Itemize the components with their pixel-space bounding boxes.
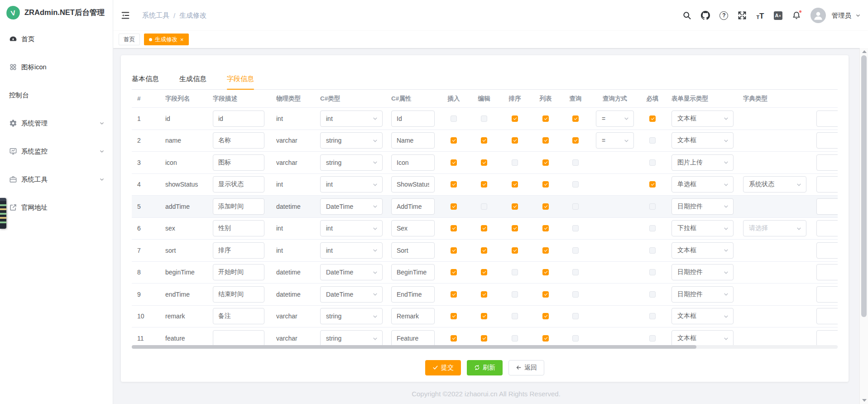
list-checkbox[interactable] [542, 313, 549, 319]
extra-field-input[interactable] [816, 220, 838, 236]
required-checkbox[interactable] [649, 313, 656, 319]
extra-field-input[interactable] [816, 198, 838, 215]
close-icon[interactable]: × [180, 37, 184, 43]
horizontal-scrollbar-thumb[interactable] [132, 345, 696, 349]
insert-checkbox[interactable] [451, 159, 457, 166]
sidebar-item[interactable]: 系统监控 [0, 137, 113, 165]
tab[interactable]: 字段信息 [227, 69, 254, 89]
edit-checkbox[interactable] [481, 137, 487, 144]
list-checkbox[interactable] [542, 269, 549, 275]
field-description-input[interactable] [213, 264, 264, 280]
query-checkbox[interactable] [572, 269, 579, 275]
tag[interactable]: 首页 [119, 34, 140, 45]
form-display-type-select[interactable]: 下拉框 [671, 220, 734, 236]
list-checkbox[interactable] [542, 203, 549, 210]
menu-fold-icon[interactable] [120, 10, 130, 20]
breadcrumb-section[interactable]: 系统工具 [142, 11, 169, 20]
edit-checkbox[interactable] [481, 313, 487, 319]
sidebar-item[interactable]: 图标icon [0, 53, 113, 81]
insert-checkbox[interactable] [451, 137, 457, 144]
csharp-property-input[interactable] [391, 111, 435, 127]
sidebar-item[interactable]: 控制台 [0, 81, 113, 109]
insert-checkbox[interactable] [451, 269, 457, 275]
required-checkbox[interactable] [649, 137, 656, 144]
extra-field-input[interactable] [816, 308, 838, 324]
csharp-type-select[interactable]: int [320, 242, 383, 259]
edit-checkbox[interactable] [481, 335, 487, 341]
field-description-input[interactable] [213, 111, 264, 127]
font-size-icon[interactable]: TT [756, 11, 764, 20]
form-display-type-select[interactable]: 文本框 [671, 132, 734, 149]
csharp-type-select[interactable]: int [320, 220, 383, 236]
form-display-type-select[interactable]: 文本框 [671, 330, 734, 346]
sidebar-item[interactable]: 系统工具 [0, 165, 113, 193]
sort-checkbox[interactable] [512, 203, 518, 210]
edit-checkbox[interactable] [481, 269, 487, 275]
csharp-type-select[interactable]: int [320, 111, 383, 127]
insert-checkbox[interactable] [451, 247, 457, 254]
field-description-input[interactable] [213, 220, 264, 236]
refresh-button[interactable]: 刷新 [467, 360, 503, 375]
required-checkbox[interactable] [649, 181, 656, 188]
field-description-input[interactable] [213, 286, 264, 303]
sidebar-item[interactable]: 系统管理 [0, 109, 113, 137]
extra-field-input[interactable] [816, 132, 838, 149]
sort-checkbox[interactable] [512, 159, 518, 166]
required-checkbox[interactable] [649, 159, 656, 166]
sort-checkbox[interactable] [512, 247, 518, 254]
chevron-down-icon[interactable] [855, 13, 861, 18]
edit-checkbox[interactable] [481, 225, 487, 231]
avatar[interactable] [810, 8, 826, 23]
insert-checkbox[interactable] [451, 335, 457, 341]
sort-checkbox[interactable] [512, 335, 518, 341]
settings-drawer-handle[interactable] [0, 198, 6, 229]
github-icon[interactable] [701, 11, 710, 20]
extra-field-input[interactable] [816, 176, 838, 192]
help-icon[interactable]: ? [719, 11, 728, 20]
csharp-property-input[interactable] [391, 176, 435, 192]
search-icon[interactable] [682, 11, 691, 20]
query-method-select[interactable]: = [596, 111, 634, 127]
vertical-scrollbar[interactable] [859, 48, 868, 404]
edit-checkbox[interactable] [481, 159, 487, 166]
query-checkbox[interactable] [572, 335, 579, 341]
extra-field-input[interactable] [816, 154, 838, 171]
insert-checkbox[interactable] [451, 181, 457, 188]
form-display-type-select[interactable]: 图片上传 [671, 154, 734, 171]
sort-checkbox[interactable] [512, 137, 518, 144]
edit-checkbox[interactable] [481, 115, 487, 122]
form-display-type-select[interactable]: 文本框 [671, 242, 734, 259]
required-checkbox[interactable] [649, 335, 656, 341]
list-checkbox[interactable] [542, 291, 549, 298]
list-checkbox[interactable] [542, 137, 549, 144]
extra-field-input[interactable] [816, 111, 838, 127]
sort-checkbox[interactable] [512, 269, 518, 275]
user-name[interactable]: 管理员 [832, 11, 852, 20]
form-display-type-select[interactable]: 日期控件 [671, 198, 734, 215]
edit-checkbox[interactable] [481, 247, 487, 254]
required-checkbox[interactable] [649, 115, 656, 122]
csharp-type-select[interactable]: DateTime [320, 198, 383, 215]
required-checkbox[interactable] [649, 225, 656, 231]
field-description-input[interactable] [213, 330, 264, 346]
csharp-property-input[interactable] [391, 154, 435, 171]
insert-checkbox[interactable] [451, 203, 457, 210]
scroll-down-arrow-icon[interactable] [862, 399, 867, 402]
query-checkbox[interactable] [572, 225, 579, 231]
brand[interactable]: V ZRAdmin.NET后台管理 [0, 0, 113, 25]
query-checkbox[interactable] [572, 247, 579, 254]
query-checkbox[interactable] [572, 159, 579, 166]
form-display-type-select[interactable]: 文本框 [671, 308, 734, 324]
bell-icon[interactable] [792, 11, 801, 20]
csharp-type-select[interactable]: string [320, 132, 383, 149]
field-description-input[interactable] [213, 308, 264, 324]
list-checkbox[interactable] [542, 159, 549, 166]
vertical-scrollbar-thumb[interactable] [861, 55, 867, 317]
sort-checkbox[interactable] [512, 313, 518, 319]
edit-checkbox[interactable] [481, 181, 487, 188]
csharp-type-select[interactable]: int [320, 176, 383, 192]
query-checkbox[interactable] [572, 137, 579, 144]
sort-checkbox[interactable] [512, 225, 518, 231]
tab[interactable]: 生成信息 [179, 69, 206, 89]
list-checkbox[interactable] [542, 225, 549, 231]
